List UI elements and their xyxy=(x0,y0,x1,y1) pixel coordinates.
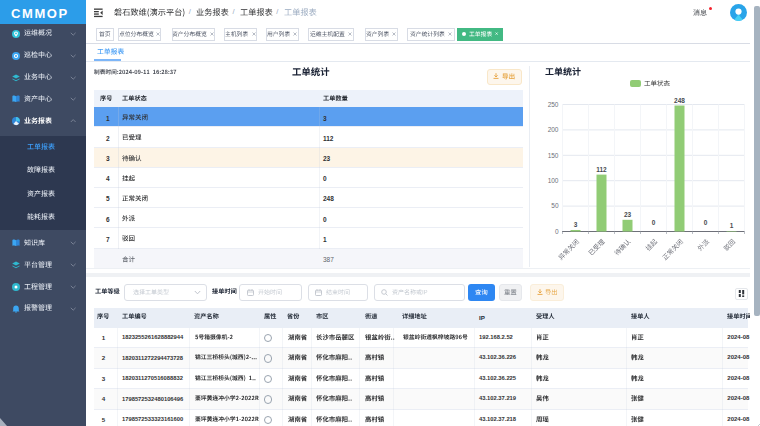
svg-text:248: 248 xyxy=(674,97,685,104)
svg-text:100: 100 xyxy=(548,177,559,184)
svg-text:200: 200 xyxy=(548,126,559,133)
svg-text:3: 3 xyxy=(574,221,578,228)
svg-text:250: 250 xyxy=(548,101,559,108)
svg-text:50: 50 xyxy=(551,202,559,209)
svg-text:150: 150 xyxy=(548,152,559,159)
svg-text:0: 0 xyxy=(704,219,708,226)
svg-text:112: 112 xyxy=(596,166,607,173)
svg-text:1: 1 xyxy=(730,222,734,229)
svg-text:0: 0 xyxy=(652,219,656,226)
svg-text:23: 23 xyxy=(624,211,632,218)
svg-text:0: 0 xyxy=(555,228,559,235)
